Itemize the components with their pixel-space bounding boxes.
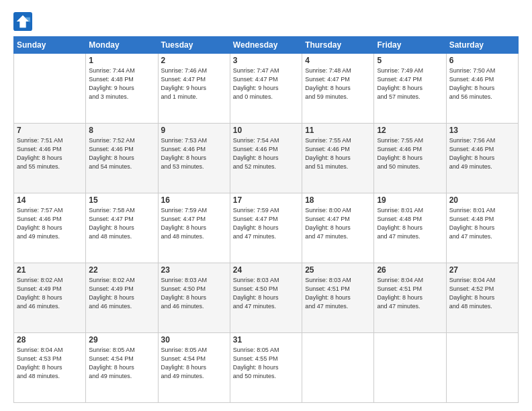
day-info: Sunrise: 8:05 AM Sunset: 4:54 PM Dayligh… xyxy=(89,346,154,381)
day-info: Sunrise: 8:00 AM Sunset: 4:47 PM Dayligh… xyxy=(305,206,371,241)
day-number: 12 xyxy=(377,126,443,135)
header xyxy=(13,12,519,31)
day-number: 20 xyxy=(449,195,515,205)
day-cell: 24Sunrise: 8:03 AM Sunset: 4:50 PM Dayli… xyxy=(230,263,302,333)
day-number: 16 xyxy=(161,195,227,205)
day-info: Sunrise: 8:05 AM Sunset: 4:54 PM Dayligh… xyxy=(161,346,227,381)
day-cell: 22Sunrise: 8:02 AM Sunset: 4:49 PM Dayli… xyxy=(86,263,158,333)
day-header-sunday: Sunday xyxy=(14,37,86,54)
day-header-friday: Friday xyxy=(374,37,446,54)
day-info: Sunrise: 7:49 AM Sunset: 4:47 PM Dayligh… xyxy=(377,66,443,101)
week-row-1: 1Sunrise: 7:44 AM Sunset: 4:48 PM Daylig… xyxy=(14,54,519,124)
logo xyxy=(13,12,35,31)
day-cell: 16Sunrise: 7:59 AM Sunset: 4:47 PM Dayli… xyxy=(158,193,230,263)
day-number: 7 xyxy=(17,126,83,135)
day-number: 10 xyxy=(233,126,299,135)
day-number: 6 xyxy=(449,56,515,65)
day-info: Sunrise: 8:01 AM Sunset: 4:48 PM Dayligh… xyxy=(377,206,443,241)
day-info: Sunrise: 8:04 AM Sunset: 4:51 PM Dayligh… xyxy=(377,276,443,311)
day-cell: 12Sunrise: 7:55 AM Sunset: 4:46 PM Dayli… xyxy=(374,124,446,193)
day-info: Sunrise: 7:47 AM Sunset: 4:47 PM Dayligh… xyxy=(233,66,299,101)
day-cell: 2Sunrise: 7:46 AM Sunset: 4:47 PM Daylig… xyxy=(158,54,230,124)
day-cell: 5Sunrise: 7:49 AM Sunset: 4:47 PM Daylig… xyxy=(374,54,446,124)
day-cell: 23Sunrise: 8:03 AM Sunset: 4:50 PM Dayli… xyxy=(158,263,230,333)
day-header-saturday: Saturday xyxy=(446,37,518,54)
day-info: Sunrise: 8:03 AM Sunset: 4:50 PM Dayligh… xyxy=(233,276,299,311)
calendar-table: SundayMondayTuesdayWednesdayThursdayFrid… xyxy=(13,36,519,403)
day-header-tuesday: Tuesday xyxy=(158,37,230,54)
day-header-monday: Monday xyxy=(86,37,158,54)
day-cell: 8Sunrise: 7:52 AM Sunset: 4:46 PM Daylig… xyxy=(86,124,158,193)
day-cell xyxy=(302,333,374,403)
day-cell: 9Sunrise: 7:53 AM Sunset: 4:46 PM Daylig… xyxy=(158,124,230,193)
logo-icon xyxy=(13,12,32,31)
week-row-2: 7Sunrise: 7:51 AM Sunset: 4:46 PM Daylig… xyxy=(14,124,519,193)
week-row-3: 14Sunrise: 7:57 AM Sunset: 4:46 PM Dayli… xyxy=(14,193,519,263)
day-cell: 7Sunrise: 7:51 AM Sunset: 4:46 PM Daylig… xyxy=(14,124,86,193)
day-number: 15 xyxy=(89,195,154,205)
day-number: 9 xyxy=(161,126,227,135)
day-info: Sunrise: 7:56 AM Sunset: 4:46 PM Dayligh… xyxy=(449,136,515,171)
day-number: 28 xyxy=(17,335,83,345)
header-row: SundayMondayTuesdayWednesdayThursdayFrid… xyxy=(14,37,519,54)
day-info: Sunrise: 8:04 AM Sunset: 4:52 PM Dayligh… xyxy=(449,276,515,311)
day-number: 31 xyxy=(233,335,299,345)
day-cell: 29Sunrise: 8:05 AM Sunset: 4:54 PM Dayli… xyxy=(86,333,158,403)
day-info: Sunrise: 7:46 AM Sunset: 4:47 PM Dayligh… xyxy=(161,66,227,101)
day-cell: 21Sunrise: 8:02 AM Sunset: 4:49 PM Dayli… xyxy=(14,263,86,333)
day-info: Sunrise: 7:58 AM Sunset: 4:47 PM Dayligh… xyxy=(89,206,154,241)
day-cell: 14Sunrise: 7:57 AM Sunset: 4:46 PM Dayli… xyxy=(14,193,86,263)
day-info: Sunrise: 8:05 AM Sunset: 4:55 PM Dayligh… xyxy=(233,346,299,381)
week-row-5: 28Sunrise: 8:04 AM Sunset: 4:53 PM Dayli… xyxy=(14,333,519,403)
day-number: 8 xyxy=(89,126,154,135)
day-header-wednesday: Wednesday xyxy=(230,37,302,54)
day-info: Sunrise: 7:53 AM Sunset: 4:46 PM Dayligh… xyxy=(161,136,227,171)
day-cell: 26Sunrise: 8:04 AM Sunset: 4:51 PM Dayli… xyxy=(374,263,446,333)
day-cell: 30Sunrise: 8:05 AM Sunset: 4:54 PM Dayli… xyxy=(158,333,230,403)
day-cell: 11Sunrise: 7:55 AM Sunset: 4:46 PM Dayli… xyxy=(302,124,374,193)
calendar-page: SundayMondayTuesdayWednesdayThursdayFrid… xyxy=(0,0,532,411)
day-info: Sunrise: 7:55 AM Sunset: 4:46 PM Dayligh… xyxy=(305,136,371,171)
day-info: Sunrise: 7:57 AM Sunset: 4:46 PM Dayligh… xyxy=(17,206,83,241)
day-info: Sunrise: 7:44 AM Sunset: 4:48 PM Dayligh… xyxy=(89,66,154,101)
day-cell: 25Sunrise: 8:03 AM Sunset: 4:51 PM Dayli… xyxy=(302,263,374,333)
day-number: 11 xyxy=(305,126,371,135)
day-info: Sunrise: 8:02 AM Sunset: 4:49 PM Dayligh… xyxy=(89,276,154,311)
day-cell: 10Sunrise: 7:54 AM Sunset: 4:46 PM Dayli… xyxy=(230,124,302,193)
day-info: Sunrise: 8:02 AM Sunset: 4:49 PM Dayligh… xyxy=(17,276,83,311)
day-info: Sunrise: 7:48 AM Sunset: 4:47 PM Dayligh… xyxy=(305,66,371,101)
day-number: 26 xyxy=(377,265,443,275)
day-info: Sunrise: 7:50 AM Sunset: 4:46 PM Dayligh… xyxy=(449,66,515,101)
day-cell: 6Sunrise: 7:50 AM Sunset: 4:46 PM Daylig… xyxy=(446,54,518,124)
day-cell: 15Sunrise: 7:58 AM Sunset: 4:47 PM Dayli… xyxy=(86,193,158,263)
day-number: 21 xyxy=(17,265,83,275)
day-cell xyxy=(374,333,446,403)
day-number: 27 xyxy=(449,265,515,275)
day-cell: 4Sunrise: 7:48 AM Sunset: 4:47 PM Daylig… xyxy=(302,54,374,124)
day-number: 17 xyxy=(233,195,299,205)
day-info: Sunrise: 7:52 AM Sunset: 4:46 PM Dayligh… xyxy=(89,136,154,171)
day-info: Sunrise: 7:54 AM Sunset: 4:46 PM Dayligh… xyxy=(233,136,299,171)
day-info: Sunrise: 7:59 AM Sunset: 4:47 PM Dayligh… xyxy=(161,206,227,241)
day-info: Sunrise: 7:55 AM Sunset: 4:46 PM Dayligh… xyxy=(377,136,443,171)
day-number: 4 xyxy=(305,56,371,65)
day-cell: 1Sunrise: 7:44 AM Sunset: 4:48 PM Daylig… xyxy=(86,54,158,124)
day-cell xyxy=(446,333,518,403)
day-cell: 28Sunrise: 8:04 AM Sunset: 4:53 PM Dayli… xyxy=(14,333,86,403)
day-number: 19 xyxy=(377,195,443,205)
day-number: 5 xyxy=(377,56,443,65)
day-cell: 19Sunrise: 8:01 AM Sunset: 4:48 PM Dayli… xyxy=(374,193,446,263)
day-cell: 13Sunrise: 7:56 AM Sunset: 4:46 PM Dayli… xyxy=(446,124,518,193)
day-cell: 3Sunrise: 7:47 AM Sunset: 4:47 PM Daylig… xyxy=(230,54,302,124)
day-number: 23 xyxy=(161,265,227,275)
day-info: Sunrise: 7:51 AM Sunset: 4:46 PM Dayligh… xyxy=(17,136,83,171)
day-number: 29 xyxy=(89,335,154,345)
day-info: Sunrise: 8:03 AM Sunset: 4:50 PM Dayligh… xyxy=(161,276,227,311)
day-number: 30 xyxy=(161,335,227,345)
day-number: 25 xyxy=(305,265,371,275)
day-cell: 17Sunrise: 7:59 AM Sunset: 4:47 PM Dayli… xyxy=(230,193,302,263)
day-info: Sunrise: 8:04 AM Sunset: 4:53 PM Dayligh… xyxy=(17,346,83,381)
day-cell: 18Sunrise: 8:00 AM Sunset: 4:47 PM Dayli… xyxy=(302,193,374,263)
day-info: Sunrise: 8:01 AM Sunset: 4:48 PM Dayligh… xyxy=(449,206,515,241)
day-number: 22 xyxy=(89,265,154,275)
